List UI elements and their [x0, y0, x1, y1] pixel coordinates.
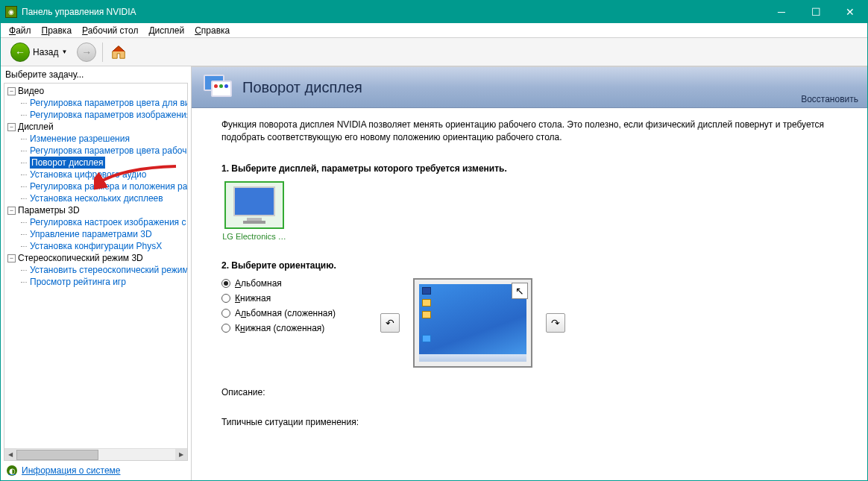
- page-description: Функция поворота дисплея NVIDIA позволяе…: [221, 119, 833, 144]
- monitor-icon: [224, 181, 284, 229]
- info-icon: ◐: [7, 465, 17, 476]
- home-icon: [110, 44, 127, 60]
- collapse-icon[interactable]: −: [7, 254, 16, 262]
- close-button[interactable]: ✕: [833, 1, 867, 23]
- toolbar-separator: [102, 43, 103, 62]
- back-label: Назад: [33, 47, 58, 57]
- radio-landscape-flipped[interactable]: Альбомная (сложенная): [221, 308, 336, 318]
- home-button[interactable]: [109, 43, 128, 62]
- scroll-left-icon[interactable]: ◀: [4, 449, 16, 461]
- tree-item-stereo-setup[interactable]: Установить стереоскопический режим 3: [4, 264, 187, 276]
- tree-item-video-image[interactable]: Регулировка параметров изображения д: [4, 109, 187, 121]
- tree-item-rotate-display[interactable]: Поворот дисплея: [30, 157, 105, 169]
- titlebar: ◉ Панель управления NVIDIA ─ ☐ ✕: [1, 1, 867, 23]
- menu-file[interactable]: Файл: [4, 24, 37, 37]
- task-prompt: Выберите задачу...: [1, 66, 191, 83]
- menu-edit[interactable]: Правка: [37, 24, 78, 37]
- tree-item-desktop-color[interactable]: Регулировка параметров цвета рабочег: [4, 145, 187, 157]
- scroll-right-icon[interactable]: ▶: [175, 449, 187, 461]
- tree-item-resolution[interactable]: Изменение разрешения: [4, 133, 187, 145]
- step-1-title: 1. Выберите дисплей, параметры которого …: [221, 163, 837, 174]
- rotate-ccw-button[interactable]: ↶: [380, 313, 400, 333]
- scroll-track[interactable]: [16, 449, 175, 461]
- rotate-display-icon: [204, 75, 233, 100]
- collapse-icon[interactable]: −: [7, 207, 16, 215]
- system-info-link[interactable]: ◐ Информация о системе: [1, 461, 191, 480]
- rotation-indicator-icon: ↖: [512, 283, 528, 299]
- window-title: Панель управления NVIDIA: [22, 7, 764, 17]
- radio-portrait-flipped[interactable]: Книжная (сложенная): [221, 323, 336, 333]
- tree-item-3d-manage[interactable]: Управление параметрами 3D: [4, 228, 187, 240]
- tree-category-video[interactable]: − Видео: [4, 85, 187, 97]
- usage-label: Типичные ситуации применения:: [221, 417, 837, 427]
- radio-icon: [221, 324, 230, 333]
- collapse-icon[interactable]: −: [7, 123, 16, 131]
- menubar: Файл Правка Рабочий стол Дисплей Справка: [1, 23, 867, 38]
- tree-item-size-position[interactable]: Регулировка размера и положения рабо: [4, 180, 187, 192]
- tree-item-3d-image[interactable]: Регулировка настроек изображения с пр: [4, 216, 187, 228]
- tree-category-3d[interactable]: − Параметры 3D: [4, 204, 187, 216]
- tree-item-physx[interactable]: Установка конфигурации PhysX: [4, 240, 187, 252]
- display-name: LG Electronics …: [221, 232, 287, 241]
- menu-display[interactable]: Дисплей: [143, 24, 189, 37]
- maximize-button[interactable]: ☐: [799, 1, 833, 23]
- radio-icon: [221, 294, 230, 303]
- page-title: Поворот дисплея: [242, 79, 362, 96]
- minimize-button[interactable]: ─: [764, 1, 799, 23]
- radio-icon: [221, 309, 230, 318]
- toolbar: ← Назад ▼ →: [1, 38, 867, 66]
- app-icon: ◉: [5, 6, 17, 18]
- display-card[interactable]: LG Electronics …: [221, 181, 287, 241]
- rotate-cw-button[interactable]: ↷: [546, 313, 565, 333]
- tree-item-video-color[interactable]: Регулировка параметров цвета для вид: [4, 97, 187, 109]
- radio-portrait[interactable]: Книжная: [221, 293, 336, 304]
- tree-item-game-rating[interactable]: Просмотр рейтинга игр: [4, 276, 187, 288]
- restore-link[interactable]: Восстановить: [801, 94, 858, 104]
- menu-help[interactable]: Справка: [189, 24, 235, 37]
- preview-desktop: [419, 284, 526, 362]
- scroll-thumb[interactable]: [16, 450, 98, 460]
- description-label: Описание:: [221, 387, 837, 397]
- forward-button[interactable]: →: [77, 43, 96, 62]
- back-dropdown-icon[interactable]: ▼: [61, 48, 67, 55]
- tree-category-stereo3d[interactable]: − Стереоскопический режим 3D: [4, 252, 187, 264]
- collapse-icon[interactable]: −: [7, 87, 16, 95]
- tree-item-multi-display[interactable]: Установка нескольких дисплеев: [4, 192, 187, 204]
- step-2: 2. Выберите ориентацию. Альбомная Книжна…: [221, 260, 837, 368]
- back-button[interactable]: ← Назад ▼: [7, 40, 71, 64]
- main-panel: Поворот дисплея Восстановить Функция пов…: [192, 66, 867, 480]
- tree-item-digital-audio[interactable]: Установка цифрового аудио: [4, 169, 187, 180]
- page-header: Поворот дисплея Восстановить: [192, 67, 867, 108]
- sidebar: Выберите задачу... − Видео Регулировка п…: [1, 66, 192, 480]
- radio-icon: [221, 279, 230, 288]
- task-tree: − Видео Регулировка параметров цвета для…: [4, 83, 188, 461]
- radio-landscape[interactable]: Альбомная: [221, 278, 336, 289]
- tree-scrollbar[interactable]: ◀ ▶: [4, 448, 187, 460]
- menu-desktop[interactable]: Рабочий стол: [77, 24, 143, 37]
- step-1: 1. Выберите дисплей, параметры которого …: [221, 163, 837, 241]
- tree-category-display[interactable]: − Дисплей: [4, 121, 187, 133]
- preview-monitor: ↖: [413, 278, 532, 368]
- step-2-title: 2. Выберите ориентацию.: [221, 260, 837, 271]
- back-arrow-icon: ←: [10, 43, 30, 62]
